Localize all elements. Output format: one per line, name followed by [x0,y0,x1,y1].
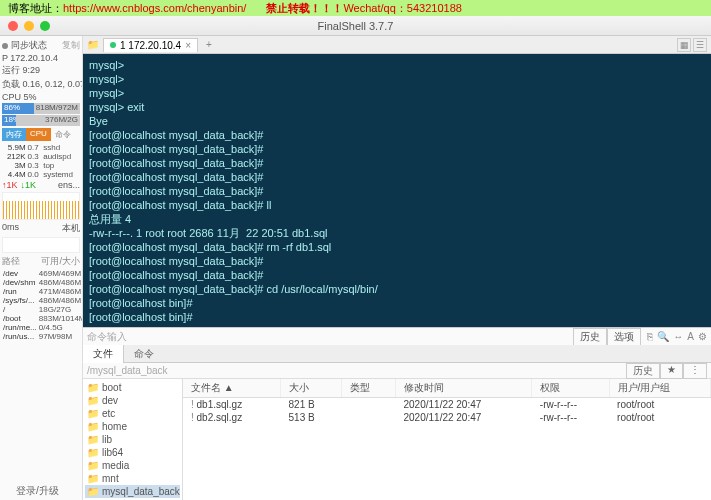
tool-icon[interactable]: A [687,331,694,342]
folder-icon[interactable]: 📁 [87,39,99,50]
session-tab[interactable]: 1 172.20.10.4× [103,38,198,52]
tree-item: 📁lib64 [85,446,180,459]
command-input[interactable]: 命令输入 [87,330,127,344]
history-button[interactable]: 历史 [573,328,607,346]
command-input-bar: 命令输入 历史 选项 ⎘ 🔍 ↔ A ⚙ [83,327,711,345]
folder-icon: 📁 [87,486,99,497]
table-header[interactable]: 文件名 ▲大小类型修改时间权限用户/用户组 [183,379,711,398]
tree-item: 📁dev [85,394,180,407]
folder-icon: 📁 [87,421,99,432]
folder-icon: 📁 [87,408,99,419]
mem-bar: 86%818M/972M [2,103,80,114]
process-table: 5.9M0.7sshd 212K0.3audispd 3M0.3top 4.4M… [2,143,80,179]
disk-table: /dev469M/469M /dev/shm486M/486M /run471M… [2,269,83,341]
add-tab-button[interactable]: + [202,39,216,50]
tree-item: 📁etc [85,407,180,420]
swap-bar: 18%376M/2G [2,115,80,126]
tree-item: 📁media [85,459,180,472]
list-icon[interactable]: ☰ [693,38,707,52]
tab-command[interactable]: 命令 [124,345,164,363]
folder-icon: 📁 [87,382,99,393]
close-tab-icon[interactable]: × [185,40,191,51]
tool-icon[interactable]: 🔍 [657,331,669,342]
folder-icon: 📁 [87,434,99,445]
tool-icon[interactable]: ⚙ [698,331,707,342]
net-chart [2,192,80,220]
watermark-banner: 博客地址：https://www.cnblogs.com/chenyanbin/… [0,0,711,16]
file-list[interactable]: 文件名 ▲大小类型修改时间权限用户/用户组 ! db1.sql.gz821 B2… [183,379,711,500]
tree-item: 📁mnt [85,472,180,485]
close-icon[interactable] [8,21,18,31]
tree-item: 📁mysql_data_back [85,485,180,498]
tab-file[interactable]: 文件 [83,345,124,363]
path-bar: /mysql_data_back 历史 ★ ⋮ [83,363,711,379]
tree-item: 📁lib [85,433,180,446]
folder-icon: 📁 [87,447,99,458]
session-tabbar: 📁 1 172.20.10.4× + ▦ ☰ [83,36,711,54]
maximize-icon[interactable] [40,21,50,31]
window-titlebar: FinalShell 3.7.7 [0,16,711,36]
tool-icon[interactable]: ↔ [673,331,683,342]
bookmark-icon[interactable]: ★ [660,363,683,379]
window-title: FinalShell 3.7.7 [318,20,394,32]
folder-icon: 📁 [87,473,99,484]
grid-icon[interactable]: ▦ [677,38,691,52]
history-button[interactable]: 历史 [626,363,660,379]
current-path[interactable]: /mysql_data_back [87,365,168,376]
folder-icon: 📁 [87,395,99,406]
folder-icon: 📁 [87,460,99,471]
options-button[interactable]: 选项 [607,328,641,346]
folder-tree[interactable]: 📁boot 📁dev 📁etc 📁home 📁lib 📁lib64 📁media… [83,379,183,500]
table-row[interactable]: ! db1.sql.gz821 B2020/11/22 20:47-rw-r--… [183,398,711,412]
file-panel-tabs: 文件 命令 [83,345,711,363]
status-dot-icon [110,42,116,48]
status-sidebar: 同步状态复制 P 172.20.10.4 运行 9:29 负载 0.16, 0.… [0,36,83,500]
tree-item: 📁home [85,420,180,433]
ping-chart [2,237,80,253]
minimize-icon[interactable] [24,21,34,31]
prefs-icon[interactable]: ⋮ [683,363,707,379]
tree-item: 📁boot [85,381,180,394]
login-link[interactable]: 登录/升级 [16,484,59,498]
traffic-lights[interactable] [0,21,50,31]
tool-icon[interactable]: ⎘ [647,331,653,342]
terminal[interactable]: ↖ mysql>mysql>mysql>mysql> exitBye[root@… [83,54,711,327]
table-row[interactable]: ! db2.sql.gz513 B2020/11/22 20:47-rw-r--… [183,411,711,424]
